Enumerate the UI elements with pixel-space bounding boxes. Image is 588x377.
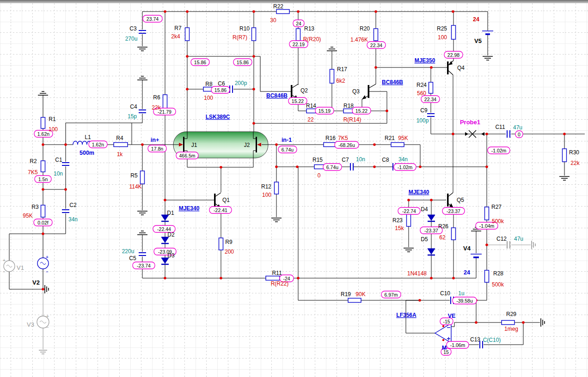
- value-C9[interactable]: 100p: [416, 117, 429, 124]
- svg-text:-1.02m[interactable]: -1.02m: [491, 148, 507, 153]
- value-R19[interactable]: 90K: [355, 291, 365, 298]
- svg-text:-23.37[interactable]: -23.37: [447, 208, 460, 214]
- svg-text:466.5m[interactable]: 466.5m: [179, 153, 195, 158]
- ref-C3[interactable]: C3: [129, 25, 137, 32]
- ref-Q4[interactable]: Q4: [457, 65, 465, 71]
- ref-R15[interactable]: R15: [312, 157, 323, 163]
- net-label-in-minus[interactable]: in-1: [282, 137, 292, 143]
- svg-text:-68.26u[interactable]: -68.26u: [338, 142, 355, 148]
- ref-R25[interactable]: R25: [437, 25, 447, 32]
- value-C10[interactable]: 1u: [458, 290, 464, 297]
- model-MJE340-q5[interactable]: MJE340: [409, 189, 429, 195]
- ref-R1[interactable]: R1: [49, 116, 56, 122]
- ref-C8[interactable]: C8: [382, 157, 389, 163]
- value-R18[interactable]: R(R14): [343, 116, 361, 123]
- model-LSK389C[interactable]: LSK389C: [206, 114, 230, 120]
- svg-text:1.5n[interactable]: 1.5n: [38, 176, 48, 182]
- value-C2[interactable]: 34n: [68, 216, 78, 223]
- value-R2[interactable]: 7K5: [28, 169, 38, 176]
- ref-R2[interactable]: R2: [30, 158, 37, 164]
- value-C3[interactable]: 270u: [125, 36, 138, 42]
- ref-R20[interactable]: R20: [360, 25, 370, 32]
- ref-J1[interactable]: J1: [191, 142, 197, 148]
- svg-text:24[interactable]: 24: [296, 21, 301, 26]
- ref-R19[interactable]: R19: [341, 291, 351, 298]
- ref-D3[interactable]: D3: [167, 252, 175, 259]
- svg-text:-22.74[interactable]: -22.74: [402, 208, 416, 214]
- ref-R16[interactable]: R16: [325, 135, 336, 141]
- value-R23[interactable]: 15k: [395, 225, 404, 231]
- svg-text:15.86[interactable]: 15.86: [194, 60, 206, 65]
- svg-text:6.74u[interactable]: 6.74u: [326, 164, 338, 170]
- value-R14[interactable]: 22: [307, 116, 314, 123]
- ref-C5[interactable]: C5: [129, 255, 136, 261]
- model-LF356A[interactable]: LF356A: [396, 312, 416, 318]
- value-C13[interactable]: C(C10): [483, 337, 501, 343]
- model-BC846B-q2[interactable]: BC846B: [266, 92, 288, 99]
- svg-text:-15[interactable]: -15: [443, 319, 450, 324]
- value-C8[interactable]: 34n: [398, 156, 408, 163]
- value-C11[interactable]: 47u: [513, 124, 522, 131]
- net-label-in-plus[interactable]: in+: [151, 137, 159, 143]
- model-MJE350[interactable]: MJE350: [415, 57, 435, 64]
- ref-V5[interactable]: V5: [474, 37, 482, 44]
- value-R20[interactable]: 1.476K: [350, 36, 368, 43]
- value-R5[interactable]: 114K: [129, 183, 141, 190]
- ref-Q1[interactable]: Q1: [222, 197, 230, 203]
- value-R22[interactable]: 30: [270, 17, 276, 24]
- ref-R4[interactable]: R4: [116, 135, 123, 141]
- ref-R11[interactable]: R11: [272, 270, 282, 276]
- value-R7[interactable]: 2k4: [171, 33, 180, 40]
- ref-V2[interactable]: V2: [32, 279, 40, 286]
- ref-R3[interactable]: R3: [31, 204, 39, 210]
- model-MJE340-q1[interactable]: MJE340: [179, 205, 200, 212]
- ref-Q3[interactable]: Q3: [352, 88, 360, 95]
- value-C1[interactable]: 10n: [54, 170, 63, 177]
- ref-R22[interactable]: R22: [273, 3, 283, 10]
- value-L1[interactable]: 500m: [80, 150, 94, 156]
- ref-R14[interactable]: R14: [306, 103, 316, 109]
- value-R16[interactable]: 7K5: [338, 135, 348, 141]
- ref-C13[interactable]: C13: [470, 336, 480, 343]
- ref-R29[interactable]: R29: [506, 311, 516, 317]
- value-R24[interactable]: 560: [417, 90, 426, 97]
- svg-text:15.86[interactable]: 15.86: [214, 87, 227, 93]
- svg-text:-23.74[interactable]: -23.74: [137, 263, 151, 268]
- value-R1[interactable]: 100: [49, 126, 58, 133]
- value-C6[interactable]: 200p: [235, 80, 247, 86]
- ref-D2[interactable]: D2: [167, 231, 175, 238]
- value-R27[interactable]: 500k: [492, 218, 504, 225]
- svg-text:15.22[interactable]: 15.22: [355, 108, 368, 114]
- svg-text:22.98[interactable]: 22.98: [447, 52, 459, 58]
- ref-R13[interactable]: R13: [304, 25, 314, 32]
- svg-text:15.22[interactable]: 15.22: [292, 98, 304, 104]
- ref-C1[interactable]: C1: [55, 157, 62, 163]
- svg-text:0.02f[interactable]: 0.02f: [37, 220, 48, 225]
- value-R15[interactable]: 0: [318, 172, 321, 179]
- svg-text:23.74[interactable]: 23.74: [147, 16, 159, 22]
- svg-text:22.34[interactable]: 22.34: [424, 97, 436, 102]
- value-R10[interactable]: R(R7): [233, 34, 247, 41]
- value-V4[interactable]: 24: [464, 269, 470, 276]
- svg-text:22.34[interactable]: 22.34: [370, 43, 382, 48]
- ref-D5[interactable]: D5: [421, 236, 428, 243]
- ref-V1[interactable]: V1: [17, 264, 24, 271]
- svg-text:-23.37[interactable]: -23.37: [424, 228, 438, 233]
- ref-Q2[interactable]: Q2: [300, 87, 308, 94]
- svg-text:-22.41[interactable]: -22.41: [214, 207, 227, 213]
- net-label-m[interactable]: M: [442, 345, 447, 351]
- ref-R9[interactable]: R9: [225, 239, 233, 245]
- value-C12[interactable]: 47u: [514, 236, 523, 242]
- svg-text:-1.06m[interactable]: -1.06m: [450, 342, 466, 348]
- ref-C2[interactable]: C2: [69, 202, 77, 208]
- ref-R27[interactable]: R27: [491, 204, 502, 210]
- model-BC846B-q3[interactable]: BC846B: [382, 79, 403, 85]
- ref-R10[interactable]: R10: [239, 25, 250, 32]
- svg-text:0[interactable]: 0: [518, 132, 521, 137]
- svg-text:1.62n[interactable]: 1.62n: [37, 131, 49, 137]
- value-R8[interactable]: 100: [204, 95, 213, 101]
- value-V5[interactable]: 24: [473, 16, 479, 23]
- ref-R8[interactable]: R8: [205, 81, 213, 87]
- ref-V3[interactable]: V3: [27, 321, 34, 328]
- ref-C12[interactable]: C12: [496, 236, 507, 242]
